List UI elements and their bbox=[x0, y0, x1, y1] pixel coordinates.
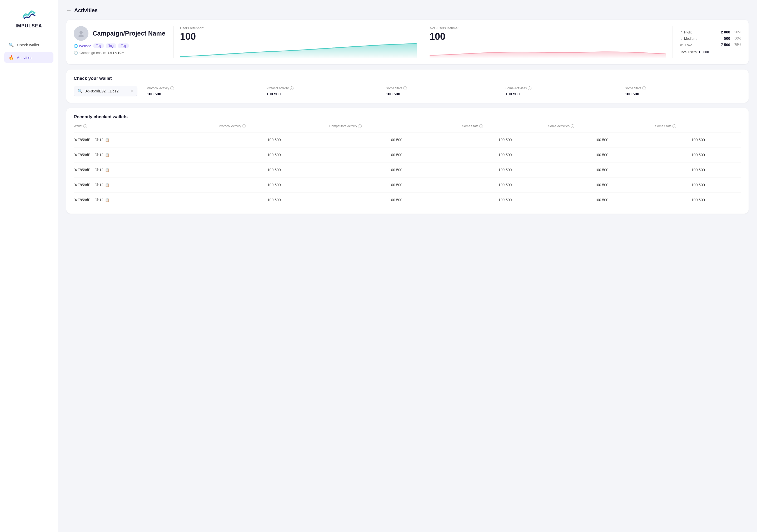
logo-container: IMPULSEA bbox=[15, 9, 42, 29]
wallet-address-cell: 0xF859dE....Db12 📋 bbox=[74, 163, 219, 177]
wallet-stat-col-4: Some Stats i 100 500 bbox=[622, 86, 741, 96]
col-header-some-activities: Some Activities i bbox=[548, 124, 655, 133]
stat-panel-retention: Users retention: 100 bbox=[174, 26, 423, 58]
hml-high-row: ⌃ High: 2 000 20% bbox=[680, 30, 741, 34]
competitors-col-info[interactable]: i bbox=[358, 124, 362, 128]
col1-cell: 100 500 bbox=[219, 163, 329, 177]
lifetime-value: 100 bbox=[430, 31, 666, 42]
copy-icon[interactable]: 📋 bbox=[105, 153, 109, 157]
sidebar-item-check-wallet[interactable]: 🔍 Check wallet bbox=[4, 39, 53, 50]
wallet-col-3-value: 100 500 bbox=[505, 92, 520, 96]
col3-cell: 100 500 bbox=[462, 133, 548, 147]
sidebar: IMPULSEA 🔍 Check wallet 🔥 Activities bbox=[0, 0, 58, 532]
col2-cell: 100 500 bbox=[329, 193, 462, 207]
table-row: 0xF859dE....Db12 📋 100 500 100 500 100 5… bbox=[74, 177, 741, 193]
wallets-table: Wallet i Protocol Activity i Competitors… bbox=[74, 124, 741, 207]
col5-cell: 100 500 bbox=[655, 133, 741, 147]
total-users: Total users: 10 000 bbox=[680, 50, 741, 54]
lifetime-chart bbox=[430, 42, 666, 58]
wallet-col-0-label: Protocol Activity bbox=[147, 86, 169, 90]
col5-cell: 100 500 bbox=[655, 163, 741, 177]
wallet-search-row: 🔍 ✕ Protocol Activity i 100 500 Protocol… bbox=[74, 86, 741, 96]
wallet-col-info[interactable]: i bbox=[83, 124, 87, 128]
page-title: Activities bbox=[74, 7, 98, 14]
col3-cell: 100 500 bbox=[462, 163, 548, 177]
wallet-address-text: 0xF859dE....Db12 bbox=[74, 168, 104, 172]
wallet-stat-col-3: Some Activities i 100 500 bbox=[502, 86, 622, 96]
campaign-ends-label: Campaign ens in: bbox=[79, 51, 106, 55]
wallet-search-box: 🔍 ✕ bbox=[74, 86, 137, 96]
sidebar-item-check-wallet-label: Check wallet bbox=[17, 43, 39, 47]
wallet-col-4-value: 100 500 bbox=[625, 92, 639, 96]
col4-cell: 100 500 bbox=[548, 177, 655, 193]
col-header-competitors-activity: Competitors Activity i bbox=[329, 124, 462, 133]
wallet-stat-col-2: Some Stats i 100 500 bbox=[383, 86, 502, 96]
total-users-value: 10 000 bbox=[699, 50, 709, 54]
logo-icon bbox=[21, 9, 36, 21]
wallets-title: Recently checked wallets bbox=[74, 114, 741, 120]
info-icon-4[interactable]: i bbox=[642, 86, 646, 90]
website-label: Website bbox=[79, 44, 91, 48]
page-header: ← Activities bbox=[66, 7, 748, 14]
back-button[interactable]: ← bbox=[66, 7, 72, 14]
col2-cell: 100 500 bbox=[329, 147, 462, 163]
hml-medium-row: ⌄ Medium: 500 50% bbox=[680, 36, 741, 41]
retention-chart bbox=[180, 42, 417, 58]
col1-cell: 100 500 bbox=[219, 177, 329, 193]
table-row: 0xF859dE....Db12 📋 100 500 100 500 100 5… bbox=[74, 193, 741, 207]
tag-2: Tag bbox=[106, 44, 116, 48]
campaign-info: Campaign/Project Name 🌐 Website Tag Tag … bbox=[74, 26, 174, 58]
table-row: 0xF859dE....Db12 📋 100 500 100 500 100 5… bbox=[74, 147, 741, 163]
search-icon: 🔍 bbox=[9, 42, 14, 48]
table-row: 0xF859dE....Db12 📋 100 500 100 500 100 5… bbox=[74, 133, 741, 147]
col5-cell: 100 500 bbox=[655, 177, 741, 193]
wallet-address-text: 0xF859dE....Db12 bbox=[74, 138, 104, 142]
copy-icon[interactable]: 📋 bbox=[105, 183, 109, 187]
some-stats-col-info[interactable]: i bbox=[479, 124, 483, 128]
info-icon-0[interactable]: i bbox=[170, 86, 174, 90]
campaign-top: Campaign/Project Name bbox=[74, 26, 166, 41]
col5-cell: 100 500 bbox=[655, 147, 741, 163]
col-header-some-stats-2: Some Stats i bbox=[655, 124, 741, 133]
col1-cell: 100 500 bbox=[219, 147, 329, 163]
campaign-website-link[interactable]: 🌐 Website bbox=[74, 44, 91, 48]
wallet-address-cell: 0xF859dE....Db12 📋 bbox=[74, 133, 219, 147]
info-icon-3[interactable]: i bbox=[528, 86, 531, 90]
logo-text: IMPULSEA bbox=[15, 23, 42, 29]
hml-panel: ⌃ High: 2 000 20% ⌄ Medium: 500 50% bbox=[673, 26, 741, 58]
check-wallet-title: Check your wallet bbox=[74, 76, 741, 81]
tag-3: Tag bbox=[118, 44, 129, 48]
some-activities-col-info[interactable]: i bbox=[571, 124, 574, 128]
medium-arrow-icon: ⌄ bbox=[680, 37, 682, 40]
col4-cell: 100 500 bbox=[548, 147, 655, 163]
medium-value: 500 bbox=[724, 36, 730, 41]
some-stats-2-col-info[interactable]: i bbox=[673, 124, 676, 128]
wallet-address-input[interactable] bbox=[85, 89, 127, 93]
col-header-some-stats: Some Stats i bbox=[462, 124, 548, 133]
clear-icon[interactable]: ✕ bbox=[130, 89, 134, 93]
protocol-activity-col-info[interactable]: i bbox=[242, 124, 246, 128]
col1-cell: 100 500 bbox=[219, 193, 329, 207]
high-pct: 20% bbox=[734, 30, 741, 34]
hml-low-row: ≫ Low: 7 500 75% bbox=[680, 43, 741, 47]
wallet-col-2-label: Some Stats bbox=[386, 86, 402, 90]
col4-cell: 100 500 bbox=[548, 133, 655, 147]
sidebar-item-activities[interactable]: 🔥 Activities bbox=[4, 52, 53, 63]
svg-point-1 bbox=[78, 35, 84, 37]
col4-cell: 100 500 bbox=[548, 193, 655, 207]
table-row: 0xF859dE....Db12 📋 100 500 100 500 100 5… bbox=[74, 163, 741, 177]
info-icon-2[interactable]: i bbox=[403, 86, 407, 90]
col3-cell: 100 500 bbox=[462, 147, 548, 163]
col-header-protocol-activity: Protocol Activity i bbox=[219, 124, 329, 133]
retention-label: Users retention: bbox=[180, 26, 417, 30]
info-icon-1[interactable]: i bbox=[290, 86, 293, 90]
table-header-row: Wallet i Protocol Activity i Competitors… bbox=[74, 124, 741, 133]
sidebar-item-activities-label: Activities bbox=[17, 55, 32, 60]
copy-icon[interactable]: 📋 bbox=[105, 168, 109, 172]
high-label: High: bbox=[684, 30, 692, 34]
copy-icon[interactable]: 📋 bbox=[105, 138, 109, 142]
wallet-address-text: 0xF859dE....Db12 bbox=[74, 153, 104, 157]
wallets-section: Recently checked wallets Wallet i Protoc… bbox=[66, 108, 748, 214]
copy-icon[interactable]: 📋 bbox=[105, 198, 109, 202]
medium-pct: 50% bbox=[734, 36, 741, 41]
